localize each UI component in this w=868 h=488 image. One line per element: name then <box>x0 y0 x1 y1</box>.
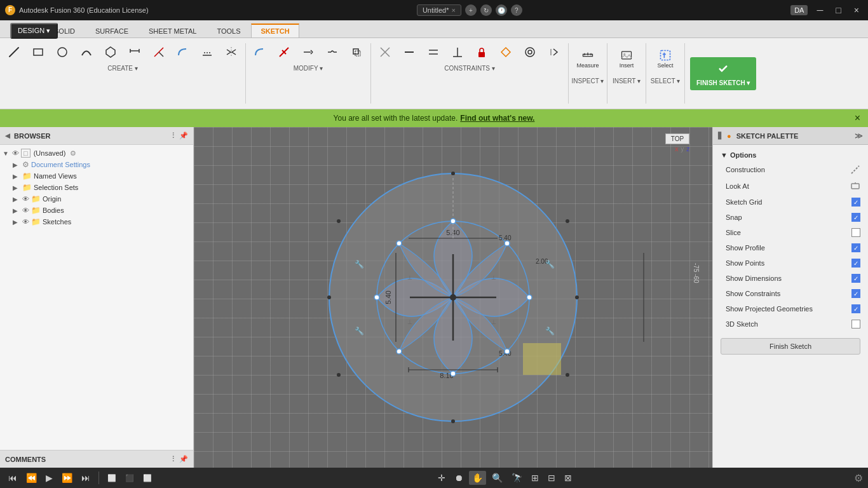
constraint-concentric[interactable] <box>519 41 541 64</box>
tree-item-sketches[interactable]: ▶ 👁 📁 Sketches <box>0 216 193 227</box>
tree-item-origin[interactable]: ▶ 👁 📁 Origin <box>0 193 193 205</box>
tab-sheet-metal[interactable]: SHEET METAL <box>139 24 206 37</box>
tool-line[interactable] <box>3 41 25 64</box>
visibility-icon[interactable]: 👁 <box>22 218 29 226</box>
tool-circle[interactable] <box>51 41 74 64</box>
tree-item-named-views[interactable]: ▶ 📁 Named Views <box>0 170 193 182</box>
tool-trim2[interactable] <box>273 41 295 64</box>
show-points-checkbox[interactable]: ✓ <box>851 259 860 268</box>
update-bar-close[interactable]: × <box>855 112 860 124</box>
toolbar-search[interactable]: 🔍 <box>489 471 506 485</box>
palette-row-sketch-grid[interactable]: Sketch Grid ✓ <box>713 194 868 210</box>
tree-item-root[interactable]: ▼ 👁 □ (Unsaved) ⚙ <box>0 147 193 159</box>
palette-row-snap[interactable]: Snap ✓ <box>713 210 868 225</box>
options-arrow[interactable]: ▼ <box>721 151 728 159</box>
constraint-lock[interactable] <box>470 41 493 64</box>
tool-fillet2[interactable] <box>248 41 271 64</box>
show-constraints-checkbox[interactable]: ✓ <box>851 289 860 298</box>
finish-sketch-button[interactable]: FINISH SKETCH ▾ <box>690 57 756 90</box>
tab-sketch[interactable]: SKETCH <box>251 24 299 37</box>
constraint-symmetry[interactable] <box>543 41 566 64</box>
help-icon[interactable]: ? <box>511 4 522 16</box>
canvas-tool-3[interactable]: ⬜ <box>140 472 155 484</box>
toolbar-grid[interactable]: ⊞ <box>528 471 542 485</box>
toolbar-display[interactable]: ⊠ <box>561 471 575 485</box>
design-button[interactable]: DESIGN ▾ <box>10 23 58 39</box>
user-avatar[interactable]: DA <box>790 5 808 15</box>
tree-item-document-settings[interactable]: ▶ ⚙ Document Settings <box>0 159 193 170</box>
visibility-icon[interactable]: 👁 <box>22 195 29 203</box>
toolbar-record[interactable]: ⏺ <box>451 471 466 485</box>
update-link[interactable]: Find out what's new. <box>460 114 534 123</box>
visibility-icon[interactable]: 👁 <box>22 207 29 214</box>
toolbar-move[interactable]: ✛ <box>435 471 449 485</box>
palette-expand-icon[interactable]: ≫ <box>855 132 863 140</box>
tree-item-bodies[interactable]: ▶ 👁 📁 Bodies <box>0 205 193 216</box>
tab-tools[interactable]: TOOLS <box>207 24 250 37</box>
sketch-grid-checkbox[interactable]: ✓ <box>851 198 860 207</box>
document-tab[interactable]: Untitled* × <box>417 4 461 16</box>
palette-row-show-points[interactable]: Show Points ✓ <box>713 255 868 271</box>
constraint-parallel[interactable] <box>422 41 445 64</box>
show-profile-checkbox[interactable]: ✓ <box>851 243 860 252</box>
settings-gear-icon[interactable]: ⚙ <box>854 472 863 484</box>
palette-collapse-icon[interactable]: ▋ <box>718 132 723 139</box>
constraint-coincident[interactable] <box>374 41 397 64</box>
tree-item-selection-sets[interactable]: ▶ 📁 Selection Sets <box>0 182 193 193</box>
tool-rectangle[interactable] <box>27 41 50 64</box>
constraint-perpendicular[interactable] <box>446 41 469 64</box>
tool-dimension[interactable] <box>123 41 146 64</box>
history-icon[interactable]: 🕐 <box>496 4 507 16</box>
tool-offset[interactable] <box>196 41 219 64</box>
minimize-button[interactable]: ─ <box>813 4 827 17</box>
maximize-button[interactable]: □ <box>832 4 844 17</box>
palette-row-show-constraints[interactable]: Show Constraints ✓ <box>713 286 868 301</box>
tool-break[interactable] <box>321 41 344 64</box>
tab-surface[interactable]: SURFACE <box>86 24 138 37</box>
palette-row-3d-sketch[interactable]: 3D Sketch <box>713 316 868 332</box>
add-tab-button[interactable]: + <box>465 4 477 16</box>
close-button[interactable]: × <box>850 4 863 17</box>
comments-pin-icon[interactable]: 📌 <box>179 455 188 463</box>
slice-checkbox[interactable] <box>851 228 860 237</box>
playback-skip-start[interactable]: ⏮ <box>5 471 20 485</box>
tool-mirror[interactable] <box>220 41 243 64</box>
browser-pin-icon[interactable]: 📌 <box>179 132 188 140</box>
palette-row-show-projected[interactable]: Show Projected Geometries ✓ <box>713 301 868 316</box>
palette-row-look-at[interactable]: Look At <box>713 178 868 194</box>
tool-extend[interactable] <box>297 41 320 64</box>
palette-row-show-dimensions[interactable]: Show Dimensions ✓ <box>713 271 868 286</box>
toolbar-zoom[interactable]: 🔭 <box>508 471 526 485</box>
tool-polygon[interactable] <box>99 41 122 64</box>
show-projected-checkbox[interactable]: ✓ <box>851 304 860 313</box>
browser-collapse-icon[interactable]: ◀ <box>5 132 10 139</box>
insert-image[interactable]: Insert <box>610 41 643 76</box>
snap-checkbox[interactable]: ✓ <box>851 213 860 222</box>
tool-trim[interactable] <box>147 41 170 64</box>
playback-forward[interactable]: ⏩ <box>58 471 76 485</box>
select-tool[interactable]: Select <box>649 41 682 76</box>
settings-icon[interactable]: ⚙ <box>70 149 76 158</box>
tool-arc[interactable] <box>75 41 98 64</box>
comments-options-icon[interactable]: ⋮ <box>170 455 177 463</box>
playback-back[interactable]: ⏪ <box>23 471 40 485</box>
canvas-tool-1[interactable]: ⬜ <box>104 472 119 484</box>
tool-scale[interactable] <box>345 41 368 64</box>
palette-row-slice[interactable]: Slice <box>713 225 868 240</box>
palette-row-show-profile[interactable]: Show Profile ✓ <box>713 240 868 255</box>
playback-play[interactable]: ▶ <box>43 471 56 485</box>
tool-fillet[interactable] <box>172 41 194 64</box>
refresh-icon[interactable]: ↻ <box>480 4 492 16</box>
constraint-equal[interactable] <box>494 41 517 64</box>
visibility-icon[interactable]: 👁 <box>12 149 19 157</box>
viewcube-top[interactable]: TOP <box>665 133 689 144</box>
palette-row-construction[interactable]: Construction <box>713 161 868 178</box>
playback-skip-end[interactable]: ⏭ <box>78 471 93 485</box>
canvas-tool-2[interactable]: ⬛ <box>122 472 137 484</box>
canvas[interactable]: 8.10 5.40 5.40 5.40 5.40 2.00 ⊥ ⊥ ⊥ ⊥ 🔧 … <box>194 127 712 468</box>
finish-sketch-btn-palette[interactable]: Finish Sketch <box>721 338 860 355</box>
toolbar-grid2[interactable]: ⊟ <box>545 471 559 485</box>
browser-options-icon[interactable]: ⋮ <box>170 132 177 140</box>
toolbar-hand[interactable]: ✋ <box>469 471 486 485</box>
constraint-collinear[interactable] <box>398 41 421 64</box>
